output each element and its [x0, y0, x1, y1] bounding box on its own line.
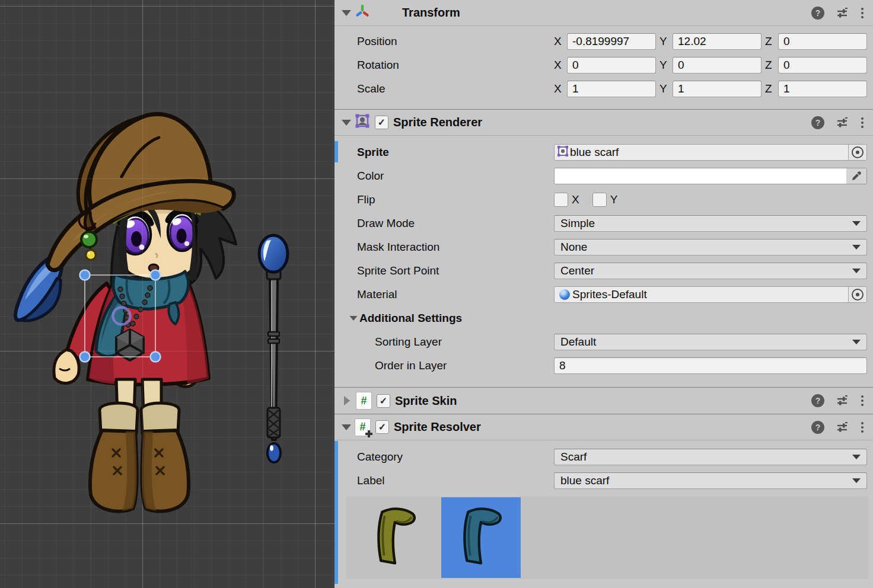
- script-plus-icon: #: [355, 418, 371, 436]
- rotation-x-field[interactable]: 0: [567, 57, 656, 74]
- thumbnail-blue-scarf-selected[interactable]: [441, 497, 521, 578]
- sprite-resolver-header[interactable]: # ✓ Sprite Resolver ?: [334, 414, 873, 440]
- transform-icon: [355, 4, 370, 22]
- scene-sprites: [0, 0, 334, 588]
- transform-header[interactable]: Transform ?: [334, 0, 873, 26]
- sprite-skin-enabled-checkbox[interactable]: ✓: [377, 394, 390, 408]
- material-row: Material Sprites-Default: [334, 283, 873, 306]
- order-in-layer-field[interactable]: 8: [554, 357, 867, 374]
- sprite-row: Sprite blue scarf: [334, 140, 873, 164]
- unity-editor-window: Transform ? Position: [0, 0, 873, 588]
- color-row: Color: [334, 164, 873, 188]
- rotation-z-field[interactable]: 0: [778, 57, 867, 74]
- color-label: Color: [357, 170, 554, 183]
- sprite-resolver-title: Sprite Resolver: [394, 420, 481, 434]
- sprite-renderer-enabled-checkbox[interactable]: ✓: [375, 116, 388, 129]
- sprite-resolver-enabled-checkbox[interactable]: ✓: [375, 420, 389, 434]
- color-swatch[interactable]: [555, 168, 846, 184]
- additional-settings-foldout[interactable]: Additional Settings: [334, 306, 873, 330]
- mask-interaction-dropdown[interactable]: None: [554, 239, 867, 255]
- additional-settings-label: Additional Settings: [359, 312, 462, 325]
- material-label: Material: [357, 288, 554, 301]
- color-field[interactable]: [554, 168, 867, 184]
- sprite-icon: [557, 145, 569, 160]
- scale-z-field[interactable]: 1: [778, 81, 867, 97]
- green-bead: [81, 232, 97, 247]
- presets-icon[interactable]: [836, 395, 848, 407]
- mask-interaction-row: Mask Interaction None: [334, 235, 873, 259]
- sprite-variant-strip: [346, 496, 868, 579]
- flip-y-checkbox[interactable]: [592, 193, 607, 207]
- sprite-renderer-icon: [355, 113, 370, 132]
- component-menu-icon[interactable]: [860, 7, 865, 20]
- component-menu-icon[interactable]: [860, 421, 865, 434]
- sorting-layer-row: Sorting Layer Default: [334, 330, 873, 354]
- object-picker-button[interactable]: [848, 287, 866, 302]
- category-label: Category: [357, 450, 554, 464]
- rotation-label: Rotation: [357, 59, 554, 72]
- object-picker-button[interactable]: [848, 145, 866, 160]
- blue-scarf-thumbnail-icon: [449, 502, 513, 573]
- thumbnail-green-scarf[interactable]: [355, 497, 435, 578]
- help-icon[interactable]: ?: [811, 116, 824, 129]
- presets-icon[interactable]: [836, 117, 848, 129]
- position-x-field[interactable]: -0.8199997: [567, 33, 656, 50]
- axis-x-label: X: [554, 59, 563, 72]
- sorting-layer-dropdown[interactable]: Default: [554, 334, 867, 350]
- sorting-layer-label: Sorting Layer: [357, 335, 554, 349]
- material-object-field[interactable]: Sprites-Default: [554, 286, 867, 303]
- component-menu-icon[interactable]: [860, 394, 865, 407]
- green-scarf-thumbnail-icon: [363, 502, 427, 573]
- sprite-renderer-header[interactable]: ✓ Sprite Renderer ?: [334, 110, 873, 136]
- foldout-open-icon[interactable]: [342, 424, 351, 430]
- component-menu-icon[interactable]: [860, 116, 865, 129]
- sprite-renderer-title: Sprite Renderer: [393, 116, 482, 129]
- sprite-resolver-component: # ✓ Sprite Resolver ?: [334, 414, 873, 579]
- eyedropper-icon: [851, 171, 862, 181]
- foldout-open-icon[interactable]: [342, 10, 351, 16]
- help-icon[interactable]: ?: [811, 421, 824, 434]
- axis-y-label: Y: [659, 35, 669, 48]
- dropdown-arrow-icon: [852, 340, 861, 344]
- presets-icon[interactable]: [836, 7, 848, 19]
- unity-cube-pendant: [116, 330, 144, 360]
- sprite-skin-header[interactable]: # ✓ Sprite Skin ?: [334, 388, 873, 414]
- sprite-sort-point-dropdown[interactable]: Center: [554, 263, 867, 279]
- axis-x-label: X: [554, 35, 563, 48]
- presets-icon[interactable]: [836, 421, 848, 433]
- dropdown-arrow-icon: [852, 269, 861, 273]
- body: [54, 276, 209, 512]
- axis-y-label: Y: [659, 82, 669, 95]
- override-bar-sprite-resolver: [334, 441, 338, 584]
- axis-z-label: Z: [765, 59, 775, 72]
- dropdown-arrow-icon: [852, 478, 861, 483]
- sprite-renderer-component: ✓ Sprite Renderer ? Sprite: [334, 109, 873, 387]
- character-sprite-wizard-girl[interactable]: [15, 114, 236, 511]
- foldout-open-icon[interactable]: [342, 120, 351, 126]
- staff-sprite[interactable]: [259, 235, 288, 462]
- scale-y-field[interactable]: 1: [673, 81, 762, 97]
- draw-mode-dropdown[interactable]: Simple: [554, 215, 867, 232]
- help-icon[interactable]: ?: [811, 394, 824, 407]
- flip-x-checkbox[interactable]: [554, 193, 568, 207]
- position-y-field[interactable]: 12.02: [673, 33, 762, 50]
- foldout-closed-icon[interactable]: [344, 396, 350, 405]
- scene-view[interactable]: [0, 0, 334, 588]
- dropdown-arrow-icon: [852, 221, 861, 226]
- label-dropdown[interactable]: blue scarf: [554, 472, 867, 489]
- foldout-open-icon[interactable]: [350, 316, 358, 321]
- sprite-object-field[interactable]: blue scarf: [554, 144, 867, 161]
- sprite-skin-component: # ✓ Sprite Skin ?: [334, 387, 873, 414]
- draw-mode-row: Draw Mode Simple: [334, 212, 873, 235]
- rotation-y-field[interactable]: 0: [673, 57, 762, 74]
- flip-label: Flip: [357, 193, 554, 206]
- scale-x-field[interactable]: 1: [567, 81, 656, 97]
- transform-component: Transform ? Position: [334, 0, 873, 109]
- mask-interaction-label: Mask Interaction: [357, 241, 554, 254]
- position-z-field[interactable]: 0: [778, 33, 867, 50]
- sprite-skin-title: Sprite Skin: [395, 394, 457, 408]
- category-dropdown[interactable]: Scarf: [554, 449, 867, 465]
- eyedropper-button[interactable]: [846, 168, 866, 184]
- help-icon[interactable]: ?: [811, 7, 824, 20]
- position-label: Position: [357, 35, 554, 48]
